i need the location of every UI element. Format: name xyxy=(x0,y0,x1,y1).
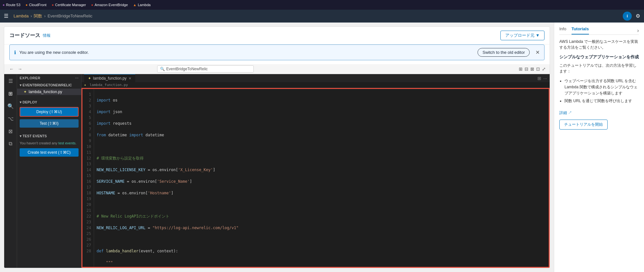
code-editor-wrapper: ☰ ⊞ 🔍 ⌥ ⊠ ⧉ EXPLORER ··· ▾ EVENTBRIDGETO… xyxy=(4,74,550,268)
explorer-title: EXPLORER xyxy=(20,76,41,80)
file-tab-close-button[interactable]: ✕ xyxy=(128,76,131,81)
editor-search[interactable]: 🔍 EventBridgeToNewRelic xyxy=(157,65,254,73)
right-panel-description: このチュートリアルでは、次の方法を学習します： xyxy=(559,63,639,74)
file-tab-label: lambda_function.py xyxy=(93,76,127,81)
right-panel-intro: AWS Lambda で一般的なユースケースを実装する方法をご覧ください。 xyxy=(559,39,639,50)
search-text: EventBridgeToNewRelic xyxy=(166,67,208,71)
tab-info[interactable]: Info xyxy=(559,26,566,34)
test-events-link[interactable]: test events xyxy=(58,141,75,145)
file-explorer: EXPLORER ··· ▾ EVENTBRIDGETONEWRELIC ✦ l… xyxy=(17,74,81,268)
switch-editor-button[interactable]: Switch to the old editor xyxy=(478,48,530,57)
code-source-title: コードソース xyxy=(9,32,40,39)
tutorial-start-button[interactable]: チュートリアルを開始 xyxy=(559,120,608,130)
right-panel: Info Tutorials › AWS Lambda で一般的なユースケースを… xyxy=(554,23,644,272)
route53-icon: ● xyxy=(3,3,5,7)
aws-header: ☰ Lambda › 関数 › EventBridgeToNewRelic i … xyxy=(0,10,644,23)
code-area[interactable]: 12345 678910 1112131415 1617181920 21222… xyxy=(81,88,550,268)
layout-icon[interactable]: ⊡ xyxy=(536,66,540,72)
code-panel: ✦ lambda_function.py ✕ ⊞ ··· ✦ lambda_fu… xyxy=(81,74,550,268)
sidebar-hamburger-icon[interactable]: ☰ xyxy=(7,77,14,85)
upload-button[interactable]: アップロード元 ▼ xyxy=(500,31,545,40)
editor-view-icons: ⊞ ⊟ ⊠ ⊡ ⤢ xyxy=(519,66,546,72)
sidebar-git-icon[interactable]: ⌥ xyxy=(6,114,15,123)
explorer-file-lambda[interactable]: ✦ lambda_function.py xyxy=(17,89,81,95)
deploy-header[interactable]: ▾ DEPLOY xyxy=(17,99,81,106)
deploy-section: ▾ DEPLOY Deploy (⇧⌘U) Test (⇧⌘I) xyxy=(17,99,81,129)
breadcrumb-functions[interactable]: 関数 xyxy=(34,13,42,19)
forward-button[interactable]: → xyxy=(16,66,24,72)
code-area-inner: 12345 678910 1112131415 1617181920 21222… xyxy=(82,89,549,268)
explorer-menu-button[interactable]: ··· xyxy=(75,76,79,80)
lambda-icon: ▲ xyxy=(133,3,137,7)
file-path-bar: ✦ lambda_function.py xyxy=(81,82,550,88)
editor-nav: ← → xyxy=(8,66,24,72)
nav-item-cloudfront[interactable]: ● CloudFront xyxy=(25,3,46,7)
test-events-text: You haven't created any test events. xyxy=(17,140,81,147)
notice-bar: ℹ You are using the new console editor. … xyxy=(9,44,545,60)
sidebar-extensions-icon[interactable]: ⧉ xyxy=(7,140,14,148)
sidebar-search-icon[interactable]: 🔍 xyxy=(6,102,15,111)
detail-link[interactable]: 詳細 ↗ xyxy=(559,111,572,115)
code-source-panel: コードソース 情報 アップロード元 ▼ ℹ You are using the … xyxy=(4,26,550,268)
test-button[interactable]: Test (⇧⌘I) xyxy=(20,119,79,128)
bullet-2: 関数 URL を通じて関数を呼び出します xyxy=(564,98,639,104)
nav-item-cert-manager[interactable]: ● Certificate Manager xyxy=(52,3,86,7)
create-test-button[interactable]: Create test event (⇧⌘C) xyxy=(20,148,79,157)
editor-toolbar: ← → 🔍 EventBridgeToNewRelic ⊞ ⊟ ⊠ ⊡ ⤢ xyxy=(4,64,550,74)
info-badge[interactable]: 情報 xyxy=(43,33,51,38)
eventbridge-icon: ● xyxy=(91,3,93,7)
test-events-section: ▾ TEST EVENTS You haven't created any te… xyxy=(17,133,81,158)
file-tab-bar: ✦ lambda_function.py ✕ ⊞ ··· xyxy=(81,74,550,82)
settings-icon[interactable]: ⚙ xyxy=(636,13,640,19)
nav-item-eventbridge[interactable]: ● Amazon EventBridge xyxy=(91,3,128,7)
breadcrumb-lambda[interactable]: Lambda xyxy=(14,14,29,18)
top-nav: ● Route 53 ● CloudFront ● Certificate Ma… xyxy=(0,0,644,10)
cloudfront-icon: ● xyxy=(25,3,28,7)
editor-more-icon[interactable]: ··· xyxy=(543,76,547,81)
header-right: i ⚙ xyxy=(623,12,640,21)
center-content: コードソース 情報 アップロード元 ▼ ℹ You are using the … xyxy=(0,23,554,272)
deploy-button[interactable]: Deploy (⇧⌘U) xyxy=(20,107,79,117)
fullscreen-icon[interactable]: ⤢ xyxy=(542,66,546,72)
right-panel-heading: シンプルなウェブアプリケーションを作成 xyxy=(559,54,639,60)
info-circle-icon: ℹ xyxy=(14,50,16,55)
file-tab-icons: ⊞ ··· xyxy=(537,76,547,81)
nav-item-lambda[interactable]: ▲ Lambda xyxy=(133,3,151,7)
python-file-icon: ✦ xyxy=(24,90,27,94)
user-icon[interactable]: i xyxy=(623,12,632,21)
explorer-header: EXPLORER ··· xyxy=(17,74,81,82)
right-panel-bullets: ウェブページを出力する関数 URL を含む Lambda 関数で構成されるシンプ… xyxy=(559,78,639,104)
main-layout: コードソース 情報 アップロード元 ▼ ℹ You are using the … xyxy=(0,23,644,272)
search-icon: 🔍 xyxy=(160,67,165,71)
test-events-header[interactable]: ▾ TEST EVENTS xyxy=(17,133,81,140)
back-button[interactable]: ← xyxy=(8,66,15,72)
breadcrumb-current: EventBridgeToNewRelic xyxy=(48,14,92,18)
file-tab-icon: ✦ xyxy=(88,76,91,81)
right-panel-tabs: Info Tutorials › xyxy=(559,26,639,35)
hamburger-menu[interactable]: ☰ xyxy=(4,13,8,19)
columns-icon[interactable]: ⊠ xyxy=(530,66,534,72)
cert-icon: ● xyxy=(52,3,54,7)
split-view-icon[interactable]: ⊞ xyxy=(519,66,523,72)
right-panel-expand-button[interactable]: › xyxy=(637,28,639,34)
notice-text: You are using the new console editor. xyxy=(19,50,474,55)
code-source-header: コードソース 情報 アップロード元 ▼ xyxy=(4,27,550,44)
split-editor-icon[interactable]: ⊞ xyxy=(537,76,541,81)
file-path-text: lambda_function.py xyxy=(90,83,128,87)
tab-tutorials[interactable]: Tutorials xyxy=(572,26,589,34)
line-numbers: 12345 678910 1112131415 1617181920 21222… xyxy=(82,89,94,268)
sidebar-debug-icon[interactable]: ⊠ xyxy=(7,127,14,136)
sidebar-explorer-icon[interactable]: ⊞ xyxy=(7,89,14,98)
explorer-file-name: lambda_function.py xyxy=(29,90,62,94)
editor-sidebar: ☰ ⊞ 🔍 ⌥ ⊠ ⧉ xyxy=(4,74,17,268)
code-content[interactable]: import os import json import requests fr… xyxy=(94,89,549,268)
bullet-1: ウェブページを出力する関数 URL を含む Lambda 関数で構成されるシンプ… xyxy=(564,78,639,97)
nav-item-route53[interactable]: ● Route 53 xyxy=(3,3,20,7)
file-tab[interactable]: ✦ lambda_function.py ✕ xyxy=(84,74,135,82)
explorer-folder[interactable]: ▾ EVENTBRIDGETONEWRELIC xyxy=(17,82,81,89)
notice-close-button[interactable]: ✕ xyxy=(535,49,540,55)
file-path-icon: ✦ xyxy=(84,83,86,87)
grid-view-icon[interactable]: ⊟ xyxy=(525,66,528,72)
breadcrumb: Lambda › 関数 › EventBridgeToNewRelic xyxy=(14,13,92,19)
